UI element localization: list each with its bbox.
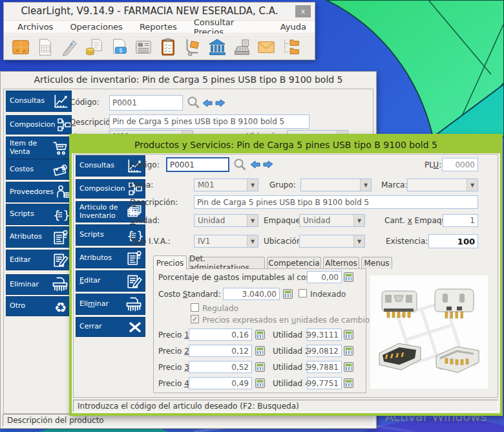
- descripcion-label: Descripción:: [130, 198, 178, 207]
- toolbar-button-bank[interactable]: [206, 36, 228, 58]
- plu-input[interactable]: 0000: [442, 158, 478, 171]
- grupo-label: Grupo:: [269, 180, 296, 189]
- shredder-icon: [51, 275, 69, 294]
- toolbar-button-dollar-document[interactable]: $: [108, 36, 130, 58]
- tab-precios[interactable]: Precios: [153, 255, 187, 270]
- linea-select[interactable]: M01▼: [194, 178, 258, 191]
- svg-text:$: $: [119, 47, 122, 53]
- search-icon[interactable]: [233, 158, 247, 173]
- script-braces-icon: {}: [52, 206, 69, 223]
- empaque-select[interactable]: Unidad▼: [299, 214, 365, 227]
- newspaper-icon: [134, 38, 153, 57]
- codigo-label: Código:: [70, 98, 100, 107]
- sidebar-item-eliminar[interactable]: Eliminar: [6, 274, 72, 295]
- plu-label: PLU:: [425, 160, 441, 169]
- prev-record-arrow-icon[interactable]: [202, 99, 213, 109]
- marca-label: Marca:: [381, 180, 407, 189]
- menu-reportes[interactable]: Reportes: [131, 20, 185, 34]
- menu-ayuda[interactable]: Ayuda: [272, 20, 315, 34]
- edit-icon: [126, 273, 143, 290]
- sidebar-item-otro[interactable]: Otro ♻: [6, 296, 72, 316]
- pen-icon: [60, 38, 79, 57]
- codigo-input[interactable]: P0001: [166, 157, 229, 172]
- toolbar-button-coins-document[interactable]: [83, 36, 105, 58]
- bank-icon: [207, 38, 227, 57]
- toolbar-button-cash-register[interactable]: [231, 36, 253, 58]
- chevron-down-icon[interactable]: ▼: [360, 179, 371, 191]
- inventory-window-title: Articulos de inventario: Pin de Carga 5 …: [1, 74, 376, 85]
- coins-document-icon: [85, 38, 104, 57]
- toolbar-button-folder-tree[interactable]: [280, 36, 302, 58]
- envelope-icon: [257, 38, 276, 57]
- sidebar-item-item-de-venta[interactable]: Item de Venta: [6, 136, 72, 159]
- chart-icon: [52, 93, 69, 110]
- sidebar-item-cerrar[interactable]: Cerrar: [76, 317, 145, 337]
- sidebar-item-atributos[interactable]: Atributos: [6, 226, 72, 248]
- sidebar-item-consultas[interactable]: Consultas: [6, 91, 72, 112]
- sidebar-item-editar[interactable]: Editar: [76, 270, 145, 292]
- tipo-iva-select[interactable]: IV1▼: [194, 235, 258, 248]
- sidebar-item-eliminar[interactable]: Eliminar: [76, 294, 145, 315]
- document-table-icon: [36, 38, 55, 57]
- grupo-select[interactable]: ▼: [300, 178, 372, 191]
- search-icon[interactable]: [187, 96, 200, 111]
- tab-competencia[interactable]: Competencia: [267, 257, 321, 269]
- sidebar-item-scripts[interactable]: Scripts {}: [6, 204, 72, 225]
- edit-icon: [52, 252, 69, 268]
- close-button[interactable]: x: [295, 5, 311, 17]
- sidebar-item-costos[interactable]: Costos ?: [6, 159, 72, 180]
- ubicacion-select[interactable]: ▼: [299, 235, 365, 248]
- next-record-arrow-icon[interactable]: [215, 99, 226, 109]
- menu-archivos[interactable]: Archivos: [9, 20, 61, 34]
- checklist-clipboard-icon: [158, 38, 178, 57]
- toolbar-button-pen[interactable]: [59, 36, 81, 58]
- codigo-input[interactable]: P0001: [109, 95, 183, 111]
- linea-label: Linea:: [130, 180, 153, 189]
- chevron-down-icon[interactable]: ▼: [467, 179, 478, 191]
- main-window: ClearLight, V9.14.9 - FARMACIA NEW ESERA…: [3, 2, 315, 60]
- precios-tab-panel: [153, 268, 366, 393]
- svg-text:}: }: [63, 208, 69, 221]
- attributes-document-icon: [52, 229, 69, 246]
- toolbar-button-checklist-clipboard[interactable]: [157, 36, 179, 58]
- cash-register-icon: [232, 38, 251, 57]
- products-window-title: Productos y Servicios: Pin de Carga 5 pi…: [72, 136, 500, 150]
- cant-x-empaque-input[interactable]: 1: [443, 214, 478, 227]
- products-window-body: Consultas Composicion Articulo de Invent…: [72, 153, 500, 413]
- unidad-select[interactable]: Unidad▼: [194, 214, 258, 227]
- chevron-down-icon[interactable]: ▼: [247, 215, 258, 226]
- sidebar-item-proveedores[interactable]: Proveedores: [6, 182, 72, 202]
- prev-record-arrow-icon[interactable]: [250, 160, 260, 171]
- descripcion-input[interactable]: Pin de Carga 5 pines USB tipo B 9100 bol…: [194, 195, 478, 209]
- sidebar-item-editar[interactable]: Editar: [6, 250, 72, 270]
- close-x-icon: [127, 319, 143, 335]
- toolbar-button-envelope[interactable]: [255, 36, 277, 58]
- sidebar-item-atributos[interactable]: Atributos: [76, 248, 145, 268]
- next-record-arrow-icon[interactable]: [263, 160, 273, 171]
- tipo-iva-label: Tipo I.V.A.:: [130, 237, 171, 246]
- tab-menus[interactable]: Menus: [361, 257, 392, 269]
- products-window: Productos y Servicios: Pin de Carga 5 pi…: [69, 134, 503, 416]
- descripcion-input[interactable]: Pin de Carga 5 pines USB tipo B 9100 bol…: [109, 114, 310, 129]
- tab-det-administrativos[interactable]: Det. administrativos: [189, 257, 265, 269]
- existencia-label: Existencia:: [386, 237, 428, 246]
- marca-select[interactable]: ▼: [407, 178, 478, 191]
- chevron-down-icon[interactable]: ▼: [247, 235, 258, 247]
- chevron-down-icon[interactable]: ▼: [353, 215, 364, 226]
- toolbar-button-hand-truck[interactable]: [182, 36, 204, 58]
- chevron-down-icon[interactable]: ▼: [247, 179, 258, 191]
- existencia-input[interactable]: 100: [428, 234, 478, 248]
- svg-text:♻: ♻: [54, 299, 67, 314]
- codigo-label: Código:: [130, 160, 160, 169]
- toolbar-button-image[interactable]: [10, 36, 32, 58]
- toolbar-button-document-table[interactable]: [34, 36, 56, 58]
- toolbar: $: [4, 34, 315, 59]
- sidebar-item-composicion[interactable]: Composicion: [6, 115, 72, 135]
- recycle-icon: ♻: [52, 298, 69, 315]
- price-tag-question-icon: ?: [52, 161, 69, 178]
- tab-alternos[interactable]: Alternos: [323, 257, 359, 269]
- menu-operaciones[interactable]: Operaciones: [61, 20, 131, 34]
- person-icon: [55, 184, 70, 200]
- chevron-down-icon[interactable]: ▼: [353, 235, 364, 247]
- toolbar-button-newspaper[interactable]: [132, 36, 154, 58]
